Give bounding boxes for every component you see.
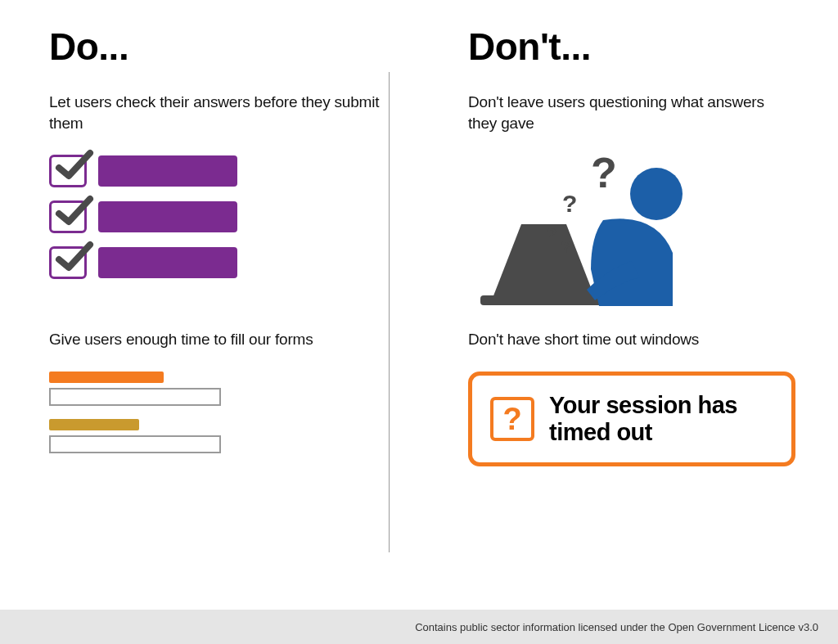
progress-fill	[49, 419, 139, 430]
svg-text:?: ?	[546, 224, 556, 245]
answer-bar	[98, 247, 237, 278]
svg-point-1	[630, 168, 683, 220]
svg-text:?: ?	[562, 190, 577, 217]
svg-text:?: ?	[591, 155, 617, 196]
dont-tip-2: Don't have short time out windows	[468, 329, 773, 350]
question-mark-icon: ?	[490, 397, 534, 441]
checkbox-icon	[49, 246, 87, 279]
confused-person-illustration: ? ? ? ?	[468, 155, 714, 327]
svg-text:?: ?	[561, 236, 571, 257]
checklist-row	[49, 246, 386, 279]
timeout-card: ? Your session has timed out	[468, 372, 795, 467]
dont-heading: Don't...	[468, 25, 773, 69]
dont-tip-1: Don't leave users questioning what answe…	[468, 92, 773, 133]
answer-bar	[98, 155, 237, 187]
checklist-row	[49, 155, 386, 187]
checkbox-icon	[49, 200, 87, 233]
column-divider	[389, 72, 390, 552]
do-heading: Do...	[49, 25, 386, 69]
do-tip-2: Give users enough time to fill our forms	[49, 329, 386, 350]
checkbox-icon	[49, 155, 87, 187]
answer-bar	[98, 201, 237, 232]
progress-track	[49, 435, 221, 453]
do-tip-1: Let users check their answers before the…	[49, 92, 386, 133]
timeout-message: Your session has timed out	[549, 392, 773, 447]
progress-fill	[49, 372, 164, 383]
checklist-row	[49, 200, 386, 233]
footer-licence: Contains public sector information licen…	[0, 610, 838, 644]
progress-track	[49, 388, 221, 406]
checklist-illustration	[49, 155, 386, 279]
svg-rect-0	[480, 295, 603, 305]
progress-illustration	[49, 372, 386, 453]
